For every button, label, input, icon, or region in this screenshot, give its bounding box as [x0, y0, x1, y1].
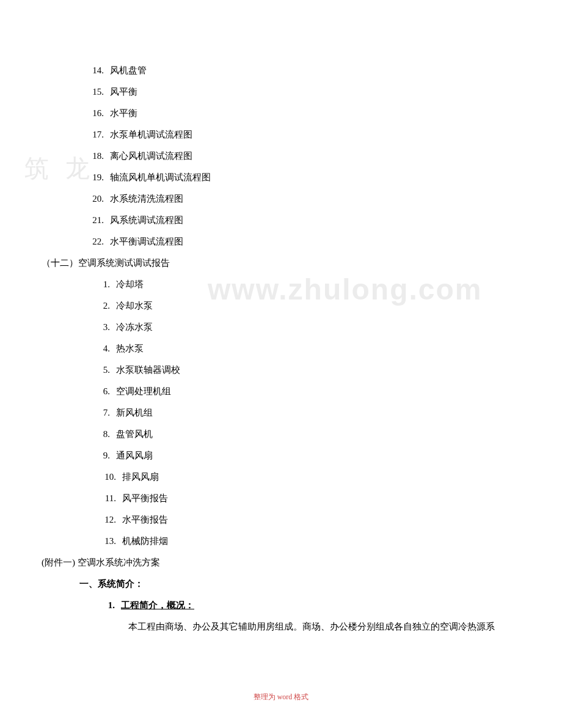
- sub-heading-project-overview: 1.工程简介，概况：: [37, 601, 525, 610]
- item-number: 1.: [99, 280, 110, 289]
- item-number: 13.: [99, 537, 116, 546]
- item-number: 20.: [87, 194, 104, 204]
- toc-item: 14.风机盘管: [37, 66, 525, 75]
- section-prefix: 一、: [79, 579, 98, 589]
- item-text: 水平衡调试流程图: [110, 237, 183, 246]
- appendix-heading: (附件一) 空调水系统冲洗方案: [37, 558, 525, 567]
- item-text: 机械防排烟: [122, 536, 168, 546]
- item-text: 水平衡: [110, 108, 137, 118]
- footer-prefix: 整理为: [254, 693, 276, 701]
- item-text: 排风风扇: [122, 472, 159, 482]
- toc-item: 2.冷却水泵: [37, 301, 525, 311]
- item-number: 1.: [104, 601, 115, 610]
- item-number: 9.: [99, 451, 110, 460]
- item-text: 风机盘管: [110, 65, 147, 75]
- item-text: 水系统清洗流程图: [110, 194, 183, 204]
- toc-item: 15.风平衡: [37, 87, 525, 97]
- item-number: 17.: [87, 130, 104, 139]
- item-text: 离心风机调试流程图: [110, 151, 192, 161]
- item-text: 风平衡报告: [122, 493, 168, 503]
- item-number: 10.: [99, 472, 116, 482]
- item-text: 通风风扇: [116, 450, 153, 460]
- item-number: 6.: [99, 387, 110, 396]
- item-text: 水平衡报告: [122, 515, 168, 524]
- item-number: 5.: [99, 366, 110, 375]
- toc-item: 10.排风风扇: [37, 472, 525, 482]
- item-number: 21.: [87, 216, 104, 225]
- item-number: 15.: [87, 87, 104, 97]
- toc-item: 13.机械防排烟: [37, 537, 525, 546]
- item-text: 冷却水泵: [116, 301, 153, 311]
- page-footer: 整理为 word 格式: [0, 693, 562, 700]
- footer-suffix: 格式: [294, 693, 308, 701]
- item-number: 18.: [87, 152, 104, 161]
- item-text: 水泵单机调试流程图: [110, 130, 192, 139]
- section-title: 系统简介：: [98, 579, 144, 589]
- toc-item: 5.水泵联轴器调校: [37, 366, 525, 375]
- toc-item: 1.冷却塔: [37, 280, 525, 289]
- toc-item: 12.水平衡报告: [37, 515, 525, 524]
- section-heading-intro: 一、系统简介：: [37, 579, 525, 589]
- item-text: 空调处理机组: [116, 386, 171, 396]
- item-text: 轴流风机单机调试流程图: [110, 172, 211, 182]
- toc-item: 7.新风机组: [37, 408, 525, 417]
- toc-item: 17.水泵单机调试流程图: [37, 130, 525, 139]
- toc-item: 3.冷冻水泵: [37, 323, 525, 332]
- item-text: 水泵联轴器调校: [116, 365, 180, 375]
- item-number: 16.: [87, 109, 104, 118]
- toc-item: 9.通风风扇: [37, 451, 525, 460]
- item-text: 新风机组: [116, 408, 153, 417]
- toc-item: 8.盘管风机: [37, 430, 525, 439]
- item-text: 风平衡: [110, 87, 137, 97]
- toc-item: 16.水平衡: [37, 109, 525, 118]
- item-number: 11.: [99, 494, 116, 503]
- item-number: 14.: [87, 66, 104, 75]
- toc-item: 11.风平衡报告: [37, 494, 525, 503]
- toc-item: 18.离心风机调试流程图: [37, 152, 525, 161]
- item-number: 3.: [99, 323, 110, 332]
- footer-word: word: [277, 693, 293, 701]
- item-number: 4.: [99, 344, 110, 353]
- item-text: 风系统调试流程图: [110, 215, 183, 225]
- item-number: 2.: [99, 301, 110, 311]
- item-text: 冷冻水泵: [116, 322, 153, 332]
- item-text: 盘管风机: [116, 429, 153, 439]
- toc-item: 22.水平衡调试流程图: [37, 237, 525, 246]
- item-number: 12.: [99, 515, 116, 524]
- item-number: 7.: [99, 408, 110, 417]
- body-paragraph: 本工程由商场、办公及其它辅助用房组成。商场、办公楼分别组成各自独立的空调冷热源系: [37, 622, 525, 631]
- toc-item: 4.热水泵: [37, 344, 525, 353]
- toc-item: 20.水系统清洗流程图: [37, 194, 525, 204]
- document-page: 14.风机盘管 15.风平衡 16.水平衡 17.水泵单机调试流程图 18.离心…: [0, 0, 562, 680]
- toc-item: 21.风系统调试流程图: [37, 216, 525, 225]
- item-text: 热水泵: [116, 344, 144, 353]
- toc-item: 6.空调处理机组: [37, 387, 525, 396]
- item-text: 冷却塔: [116, 279, 144, 289]
- section-heading-12: （十二）空调系统测试调试报告: [37, 259, 525, 268]
- toc-item: 19.轴流风机单机调试流程图: [37, 173, 525, 182]
- sub-heading-text: 工程简介，概况：: [121, 600, 194, 610]
- item-number: 22.: [87, 237, 104, 246]
- item-number: 8.: [99, 430, 110, 439]
- item-number: 19.: [87, 173, 104, 182]
